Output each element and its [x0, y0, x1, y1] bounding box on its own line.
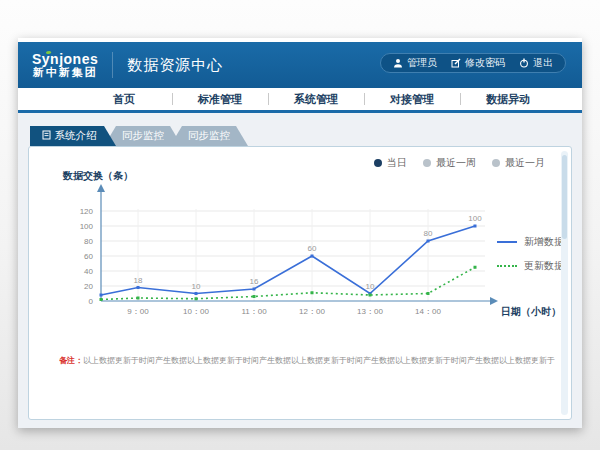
change-password-label: 修改密码 [465, 56, 505, 70]
svg-text:11：00: 11：00 [241, 307, 267, 316]
logo-subtext: 新中新集团 [32, 67, 98, 79]
footnote-text: 以上数据更新于时间产生数据以上数据更新于时间产生数据以上数据更新于时间产生数据以… [83, 356, 555, 365]
footnote: 备注：以上数据更新于时间产生数据以上数据更新于时间产生数据以上数据更新于时间产生… [59, 355, 555, 366]
tab-sync-monitor-2[interactable]: 同步监控 [170, 126, 248, 146]
svg-text:10: 10 [366, 282, 375, 291]
logout-button[interactable]: 退出 [519, 56, 553, 70]
svg-text:10: 10 [192, 282, 201, 291]
nav-item-system-mgmt[interactable]: 系统管理 [268, 92, 364, 107]
nav-item-data-change[interactable]: 数据异动 [460, 92, 556, 107]
svg-text:12：00: 12：00 [299, 307, 325, 316]
tab-system-intro[interactable]: 系统介绍 [30, 126, 116, 146]
legend-item-new-data: 新增数据 [497, 235, 564, 249]
svg-text:0: 0 [89, 297, 94, 306]
page-title: 数据资源中心 [127, 56, 223, 75]
logo-text: Synjones [32, 52, 98, 67]
content-area: 系统介绍 同步监控 同步监控 当日 最近一周 [18, 113, 582, 428]
desktop-background: Synjones 新中新集团 数据资源中心 管理员 修改密码 [0, 0, 600, 450]
user-menu: 管理员 修改密码 退出 [380, 53, 566, 73]
panel-scrollbar[interactable] [561, 151, 568, 415]
admin-user-label: 管理员 [407, 56, 437, 70]
solid-line-swatch [497, 241, 517, 243]
legend-update-data-label: 更新数据 [524, 259, 564, 273]
svg-text:80: 80 [84, 237, 93, 246]
document-icon [42, 130, 51, 142]
radio-selected-icon [374, 159, 382, 167]
svg-text:16: 16 [250, 277, 259, 286]
footnote-label: 备注： [59, 356, 83, 365]
logout-label: 退出 [533, 56, 553, 70]
user-icon [393, 58, 403, 68]
power-icon [519, 58, 529, 68]
svg-text:数据交换（条）: 数据交换（条） [62, 171, 133, 181]
svg-text:80: 80 [424, 229, 433, 238]
chart-legend: 新增数据 更新数据 [497, 235, 564, 283]
legend-new-data-label: 新增数据 [524, 235, 564, 249]
svg-text:120: 120 [80, 207, 94, 216]
svg-text:60: 60 [84, 252, 93, 261]
app-window: Synjones 新中新集团 数据资源中心 管理员 修改密码 [18, 38, 582, 428]
tab-sync-monitor-1[interactable]: 同步监控 [104, 126, 182, 146]
radio-last-month[interactable]: 最近一月 [492, 156, 545, 170]
tab-sync-monitor-1-label: 同步监控 [122, 129, 164, 143]
radio-unselected-icon [492, 159, 500, 167]
change-password-button[interactable]: 修改密码 [451, 56, 505, 70]
radio-last-month-label: 最近一月 [505, 156, 545, 170]
scrollbar-thumb[interactable] [562, 155, 567, 239]
svg-text:18: 18 [134, 276, 143, 285]
svg-text:14：00: 14：00 [415, 307, 441, 316]
svg-text:40: 40 [84, 267, 93, 276]
tab-bar: 系统介绍 同步监控 同步监控 [30, 126, 582, 146]
admin-user-button[interactable]: 管理员 [393, 56, 437, 70]
chart-panel: 当日 最近一周 最近一月 0204060801001209：0010：0011：… [28, 146, 572, 420]
nav-item-standard-mgmt[interactable]: 标准管理 [172, 92, 268, 107]
edit-icon [451, 58, 461, 68]
radio-today-label: 当日 [387, 156, 407, 170]
svg-text:100: 100 [80, 222, 94, 231]
radio-last-week-label: 最近一周 [436, 156, 476, 170]
svg-text:9：00: 9：00 [127, 307, 149, 316]
app-header: Synjones 新中新集团 数据资源中心 管理员 修改密码 [18, 42, 582, 88]
svg-text:20: 20 [84, 282, 93, 291]
svg-text:100: 100 [468, 214, 482, 223]
tab-system-intro-label: 系统介绍 [55, 129, 97, 143]
date-range-filter: 当日 最近一周 最近一月 [374, 156, 545, 170]
legend-item-update-data: 更新数据 [497, 259, 564, 273]
radio-unselected-icon [423, 159, 431, 167]
svg-text:10：00: 10：00 [183, 307, 209, 316]
svg-text:60: 60 [308, 244, 317, 253]
company-logo: Synjones 新中新集团 [32, 52, 113, 78]
nav-item-home[interactable]: 首页 [76, 92, 172, 107]
svg-text:13：00: 13：00 [357, 307, 383, 316]
main-nav: 首页 标准管理 系统管理 对接管理 数据异动 [18, 88, 582, 110]
radio-today[interactable]: 当日 [374, 156, 407, 170]
tab-sync-monitor-2-label: 同步监控 [188, 129, 230, 143]
dotted-line-swatch [497, 265, 517, 267]
radio-last-week[interactable]: 最近一周 [423, 156, 476, 170]
svg-text:日期（小时）: 日期（小时） [501, 306, 561, 317]
nav-item-interface-mgmt[interactable]: 对接管理 [364, 92, 460, 107]
